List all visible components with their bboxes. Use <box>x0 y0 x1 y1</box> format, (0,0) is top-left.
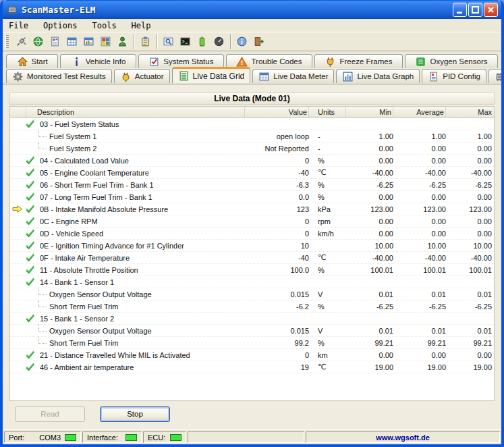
table-row[interactable]: 0E - Ignition Timing Advance for #1 Cyli… <box>10 240 494 252</box>
table-row[interactable]: 0D - Vehicle Speed 0 km/h 0.00 0.00 0.00 <box>10 228 494 240</box>
col-units[interactable]: Units <box>309 107 346 117</box>
current-row-arrow-icon <box>11 204 23 214</box>
tab-vehicle-info[interactable]: Vehicle Info <box>60 54 136 68</box>
table-row[interactable]: Fuel System 1 open loop - 1.00 1.00 1.00 <box>10 130 494 142</box>
col-average[interactable]: Average <box>393 107 446 117</box>
table-row[interactable]: 04 - Calculated Load Value 0 % 0.00 0.00… <box>10 155 494 167</box>
col-min[interactable]: Min <box>346 107 393 117</box>
row-max: -6.25 <box>446 181 494 189</box>
row-average: 0.00 <box>393 157 446 165</box>
table-row[interactable]: 15 - Bank 1 - Sensor 2 <box>10 313 494 325</box>
tab-label: PID Config <box>443 72 480 80</box>
status-ecu: ECU: <box>143 431 186 443</box>
menu-tools[interactable]: Tools <box>90 20 118 31</box>
table-row[interactable]: 0B - Intake Manifold Absolute Pressure 1… <box>10 203 494 215</box>
row-description: Short Term Fuel Trim <box>49 303 119 311</box>
app-window: ScanMaster-ELM FileOptionsToolsHelp Star… <box>0 0 504 447</box>
toolbar-info-button[interactable] <box>233 33 250 50</box>
menu-help[interactable]: Help <box>130 20 153 31</box>
stop-button[interactable]: Stop <box>100 406 170 422</box>
toolbar-user-button[interactable] <box>114 33 131 50</box>
tab-actuator[interactable]: Actuator <box>114 69 170 83</box>
user-icon <box>117 36 128 47</box>
toolbar-terminal-button[interactable] <box>177 33 194 50</box>
toolbar-report-button[interactable] <box>47 33 63 50</box>
row-value: 10 <box>245 242 309 250</box>
table-row[interactable]: Fuel System 2 Not Reported - 0.00 0.00 0… <box>10 142 494 155</box>
table-row[interactable]: 21 - Distance Travelled While MIL is Act… <box>10 349 494 361</box>
table-row[interactable]: Oxygen Sensor Output Voltage 0.015 V 0.0… <box>10 288 494 300</box>
table-row[interactable]: 11 - Absolute Throttle Position 100.0 % … <box>10 264 494 276</box>
check-icon <box>24 253 36 263</box>
table-row[interactable]: 14 - Bank 1 - Sensor 1 <box>10 276 494 288</box>
row-units: kPa <box>309 205 346 213</box>
toolbar-exit-button[interactable] <box>250 33 267 50</box>
table-row[interactable]: Short Term Fuel Trim -6.2 % -6.25 -6.25 … <box>10 300 494 313</box>
row-max: 0.00 <box>446 230 494 238</box>
toolbar-clipboard-button[interactable] <box>137 33 154 50</box>
row-units: - <box>309 144 346 153</box>
row-value: 0 <box>245 157 309 165</box>
minimize-button[interactable] <box>453 3 467 17</box>
col-max[interactable]: Max <box>446 107 494 117</box>
read-button[interactable]: Read <box>15 406 85 422</box>
tab-trouble-codes[interactable]: Trouble Codes <box>226 54 312 68</box>
row-description: 04 - Calculated Load Value <box>40 157 129 165</box>
col-description[interactable]: Description <box>26 107 245 117</box>
table-row[interactable]: 0F - Intake Air Temperature -40 ℃ -40.00… <box>10 252 494 264</box>
app-chip-icon <box>6 3 18 16</box>
table-row[interactable]: 0C - Engine RPM 0 rpm 0.00 0.00 0.00 <box>10 215 494 228</box>
title-bar: ScanMaster-ELM <box>3 0 501 19</box>
table-row[interactable]: Short Term Fuel Trim 99.2 % 99.21 99.21 … <box>10 337 494 349</box>
tab-system-status[interactable]: System Status <box>138 54 224 68</box>
toolbar-data-table-button[interactable] <box>63 33 80 50</box>
tab-monitored-test-results[interactable]: Monitored Test Results <box>6 69 112 83</box>
tab-power[interactable]: Power <box>488 69 504 83</box>
table-row[interactable]: Oxygen Sensor Output Voltage 0.015 V 0.0… <box>10 325 494 337</box>
tab-start[interactable]: Start <box>6 54 58 68</box>
toolbar-globe-button[interactable] <box>30 33 47 50</box>
status-spacer <box>188 431 304 443</box>
row-min: -40.00 <box>346 254 393 262</box>
row-min: -40.00 <box>346 169 393 177</box>
row-average: 0.01 <box>393 290 446 298</box>
toolbar-battery-button[interactable] <box>194 33 211 50</box>
tab-pid-config[interactable]: PID Config <box>422 69 486 83</box>
toolbar-search-button[interactable] <box>160 33 177 50</box>
table-row[interactable]: 03 - Fuel System Status <box>10 118 494 130</box>
tab-live-data-graph[interactable]: Live Data Graph <box>336 69 420 83</box>
row-value: -40 <box>245 169 309 177</box>
row-average: 99.21 <box>393 339 446 347</box>
tab-live-data-meter[interactable]: Live Data Meter <box>252 69 334 83</box>
toolbar-app-colors-button[interactable] <box>97 33 114 50</box>
table-row[interactable]: 06 - Short Term Fuel Trim - Bank 1 -6.3 … <box>10 179 494 191</box>
menu-options[interactable]: Options <box>41 20 80 31</box>
toolbar-gripper[interactable] <box>5 35 9 49</box>
row-min: 19.00 <box>346 363 393 371</box>
tab-bar: Start Vehicle Info System Status Trouble… <box>3 51 501 84</box>
check-icon <box>24 265 36 275</box>
table-row[interactable]: 46 - Ambient air temperature 19 ℃ 19.00 … <box>10 361 494 373</box>
tab-row-2: Monitored Test Results Actuator Live Dat… <box>6 69 498 83</box>
table-row[interactable]: 07 - Long Term Fuel Trim - Bank 1 0.0 % … <box>10 191 494 203</box>
row-average: 0.01 <box>393 327 446 335</box>
tab-label: Start <box>32 57 48 65</box>
tab-oxygen-sensors[interactable]: Oxygen Sensors <box>405 54 498 68</box>
tab-live-data-grid[interactable]: Live Data Grid <box>172 67 251 83</box>
oxygen-sensors-icon <box>415 56 426 68</box>
toolbar-gauge-button[interactable] <box>211 33 227 50</box>
table-row[interactable]: 05 - Engine Coolant Temperature -40 ℃ -4… <box>10 167 494 179</box>
row-max: 0.00 <box>446 351 494 359</box>
maximize-button[interactable] <box>468 3 482 17</box>
toolbar-connect-button[interactable] <box>13 33 30 50</box>
menu-file[interactable]: File <box>7 20 30 31</box>
row-average: -40.00 <box>393 254 446 262</box>
toolbar-chart-button[interactable] <box>80 33 97 50</box>
row-value: Not Reported <box>245 144 309 153</box>
close-button[interactable] <box>484 3 498 17</box>
col-value[interactable]: Value <box>245 107 309 117</box>
website-link: www.wgsoft.de <box>376 433 430 442</box>
tab-freeze-frames[interactable]: Freeze Frames <box>314 54 403 68</box>
row-max: -40.00 <box>446 169 494 177</box>
port-led-indicator <box>65 434 76 441</box>
